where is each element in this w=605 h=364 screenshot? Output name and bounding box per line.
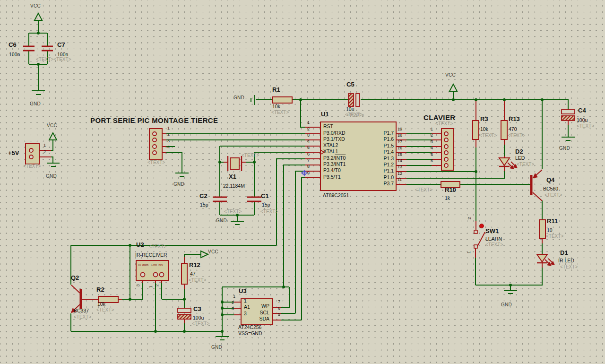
connector-clavier[interactable] [441,129,454,170]
transistor-q4[interactable] [530,170,542,201]
led-d1[interactable] [537,254,555,266]
resistor-r2[interactable] [98,296,118,303]
resistor-r12[interactable] [182,263,187,284]
crystal-x1[interactable] [228,156,242,171]
schematic-drawing [0,0,605,364]
switch-state-dot [480,224,484,228]
resistor-r11[interactable] [539,220,545,239]
transistor-q2[interactable] [71,285,81,313]
junction-dots [37,32,544,333]
wires-layer[interactable] [29,21,568,337]
chip-u1[interactable] [320,122,396,191]
capacitor-c7[interactable] [42,46,53,51]
resistor-r1[interactable] [273,97,292,103]
capacitor-c2[interactable] [213,197,227,201]
pin-stubs-layer [33,100,568,323]
resistor-r10[interactable] [441,182,460,188]
resistor-r3[interactable] [473,121,479,139]
capacitor-c1[interactable] [247,197,261,201]
capacitor-c5[interactable] [348,94,360,106]
led-d2[interactable] [499,158,518,169]
connector-plus5v[interactable] [26,144,39,164]
module-u2-ir-receiver[interactable] [136,260,169,280]
capacitor-c3[interactable] [178,308,191,319]
capacitor-c6[interactable] [23,46,35,51]
resistor-r13[interactable] [501,121,507,139]
connector-port-serie[interactable] [149,129,162,160]
chip-u3[interactable] [241,299,273,325]
schematic-canvas[interactable]: VCCC6100nC7100n<TEXT><TEXT>GNDVCC+5V12<T… [0,0,605,364]
capacitor-c4[interactable] [562,110,575,121]
